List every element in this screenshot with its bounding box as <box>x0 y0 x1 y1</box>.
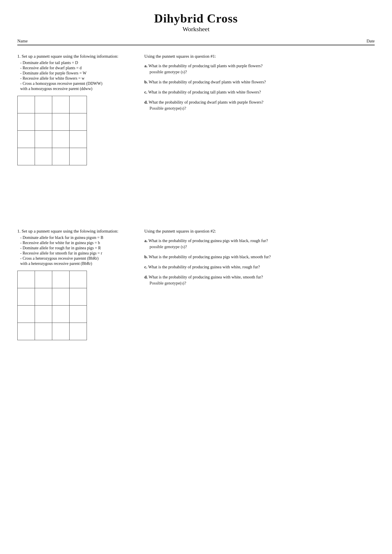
question-block: b. What is the probability of producing … <box>144 254 375 259</box>
punnett-grid-1 <box>17 96 87 165</box>
punnett-cell <box>70 148 87 165</box>
punnett-cell <box>52 113 70 131</box>
section2-setup-title: 1. Set up a punnett square using the fol… <box>17 229 127 234</box>
question-text: d. What is the probability of producing … <box>144 275 375 280</box>
punnett-cell <box>70 113 87 131</box>
date-label: Date <box>367 39 375 44</box>
list-item: - Dominate allele for rough fur in guine… <box>20 246 127 250</box>
page-title: Dihybrid Cross <box>17 12 375 25</box>
punnett-cell <box>52 288 70 306</box>
page-subtitle: Worksheet <box>17 25 375 33</box>
question-subtext: possible genotype (s)? <box>150 244 375 249</box>
punnett-cell <box>18 113 35 131</box>
question-subtext: Possible genotype(s)? <box>150 281 375 286</box>
list-item: - Cross a homozygous recessive parennt (… <box>20 81 127 86</box>
list-item: - Dominate allele for tail plants = D <box>20 61 127 65</box>
punnett-cell <box>18 271 35 288</box>
question-block: a. What is the probability of producing … <box>144 238 375 249</box>
question-text: b. What is the probability of producing … <box>144 254 375 259</box>
table-row <box>18 148 87 165</box>
punnett-cell <box>18 306 35 323</box>
question-block: b. What is the probability of producing … <box>144 80 375 85</box>
question-block: c. What is the probability of producing … <box>144 265 375 269</box>
question-text: c. What is the probability of producing … <box>144 265 375 269</box>
punnett-cell <box>70 131 87 148</box>
section-2: 1. Set up a punnett square using the fol… <box>17 229 375 340</box>
punnett-cell <box>18 148 35 165</box>
list-item: with a homozygous recessive parent (ddww… <box>20 87 127 91</box>
page-header: Dihybrid Cross Worksheet <box>17 12 375 33</box>
punnett-cell <box>18 131 35 148</box>
list-item: - Recessive allele for smooth fur in gui… <box>20 251 127 256</box>
question-block: d. What the probability of producing dwa… <box>144 100 375 111</box>
section1-setup-list: - Dominate allele for tail plants = D- R… <box>20 61 127 91</box>
punnett-cell <box>70 96 87 113</box>
question-block: a. What is the probability of producing … <box>144 63 375 74</box>
question-block: c. What is the probability of producing … <box>144 90 375 95</box>
punnett-cell <box>70 288 87 306</box>
punnett-grid-2 <box>17 271 87 340</box>
punnett-cell <box>52 131 70 148</box>
name-label: Name <box>17 39 28 44</box>
table-row <box>18 306 87 323</box>
punnett-cell <box>52 96 70 113</box>
table-row <box>18 131 87 148</box>
list-item: - Recessive allele for white fur in guin… <box>20 241 127 245</box>
name-date-row: Name Date <box>17 39 375 45</box>
punnett-cell <box>35 306 52 323</box>
table-row <box>18 323 87 340</box>
punnett-cell <box>70 323 87 340</box>
section2-right: Using the punnett squares in question #2… <box>139 229 375 340</box>
question-text: c. What is the probability of producing … <box>144 90 375 95</box>
question-block: d. What is the probability of producing … <box>144 275 375 286</box>
question-text: a. What is the probability of producing … <box>144 238 375 243</box>
section1-setup-title: 1. Set up a punnett square using the fol… <box>17 54 127 59</box>
punnett-cell <box>52 271 70 288</box>
punnett-cell <box>35 288 52 306</box>
table-row <box>18 113 87 131</box>
list-item: - Recessive allele for dwarf plants = d <box>20 66 127 70</box>
question-text: d. What the probability of producing dwa… <box>144 100 375 105</box>
section1-right: Using the punnett squares in question #1… <box>139 54 375 165</box>
punnett-cell <box>18 96 35 113</box>
punnett-cell <box>52 306 70 323</box>
question-subtext: possible genotype (s)? <box>150 70 375 74</box>
punnett-cell <box>18 288 35 306</box>
section2-questions-title: Using the punnett squares in question #2… <box>144 229 375 234</box>
punnett-cell <box>35 271 52 288</box>
section-1: 1. Set up a punnett square using the fol… <box>17 54 375 165</box>
punnett-cell <box>52 148 70 165</box>
table-row <box>18 288 87 306</box>
punnett-cell <box>35 323 52 340</box>
punnett-cell <box>70 271 87 288</box>
punnett-cell <box>35 113 52 131</box>
list-item: - Cross a heterozygous recessive parennt… <box>20 256 127 261</box>
table-row <box>18 96 87 113</box>
section1-left: 1. Set up a punnett square using the fol… <box>17 54 127 165</box>
section2-questions-container: a. What is the probability of producing … <box>144 238 375 286</box>
question-text: b. What is the probability of producing … <box>144 80 375 85</box>
punnett-cell <box>52 323 70 340</box>
punnett-cell <box>70 306 87 323</box>
list-item: with a heterozygous recessive parent (Bb… <box>20 261 127 266</box>
list-item: - Dominate allele for purple flowers = W <box>20 71 127 76</box>
question-text: a. What is the probability of producing … <box>144 63 375 68</box>
punnett-cell <box>35 96 52 113</box>
list-item: - Dominate allele for black fur in guine… <box>20 235 127 240</box>
punnett-cell <box>35 131 52 148</box>
section2-setup-list: - Dominate allele for black fur in guine… <box>20 235 127 266</box>
punnett-cell <box>18 323 35 340</box>
section1-questions-container: a. What is the probability of producing … <box>144 63 375 111</box>
section1-questions-title: Using the punnett squares in question #1… <box>144 54 375 59</box>
question-subtext: Possible genotype(s)? <box>150 106 375 111</box>
section2-left: 1. Set up a punnett square using the fol… <box>17 229 127 340</box>
punnett-cell <box>35 148 52 165</box>
table-row <box>18 271 87 288</box>
list-item: - Recessive allele for white flowers = w <box>20 76 127 81</box>
section-spacer <box>17 183 375 229</box>
